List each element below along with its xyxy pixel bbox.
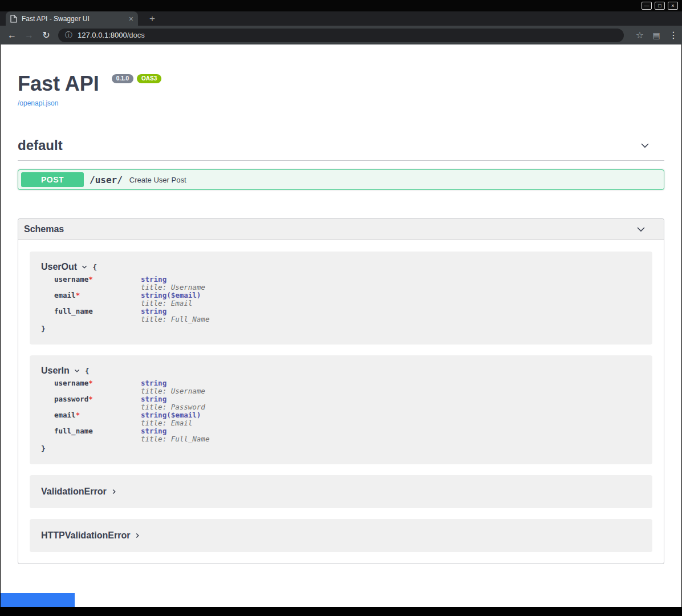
property-title: title: Username: [141, 387, 641, 395]
model-name: ValidationError: [41, 487, 107, 497]
property-type: string: [141, 411, 167, 419]
model-userin: UserIn { username* string title: Usernam…: [30, 355, 652, 464]
property-type: string: [141, 307, 167, 315]
new-tab-button[interactable]: +: [146, 13, 159, 25]
window-controls: — □ ×: [642, 2, 678, 10]
back-button[interactable]: ←: [3, 30, 21, 40]
model-httpvalidationerror-toggle[interactable]: HTTPValidationError: [41, 529, 141, 542]
property-row: username* string title: Username: [54, 275, 641, 291]
model-validationerror-toggle[interactable]: ValidationError: [41, 485, 117, 498]
browser-toolbar: ← → ↻ ⓘ 127.0.0.1:8000 /docs ☆ ▤ ⋮: [0, 26, 682, 44]
window-titlebar: — □ ×: [0, 0, 682, 11]
required-star: *: [76, 411, 80, 419]
maximize-button[interactable]: □: [655, 2, 665, 10]
model-userout: UserOut { username* string title: Userna…: [30, 252, 652, 345]
chevron-down-icon[interactable]: [81, 264, 88, 270]
reload-button[interactable]: ↻: [38, 30, 55, 40]
property-title: title: Username: [141, 283, 641, 291]
property-title: title: Email: [141, 299, 641, 307]
model-userin-toggle[interactable]: UserIn {: [41, 364, 641, 377]
property-type: string: [141, 291, 167, 299]
property-format: ($email): [167, 411, 201, 419]
required-star: *: [88, 379, 93, 387]
post-method-badge: POST: [21, 172, 84, 187]
oas3-badge: OAS3: [137, 74, 161, 83]
property-name: email*: [54, 291, 141, 307]
property-type: string: [141, 395, 167, 403]
chevron-down-icon[interactable]: [74, 367, 80, 374]
swagger-page: Fast API 0.1.0 OAS3 /openapi.json defaul…: [1, 44, 681, 607]
required-star: *: [76, 291, 80, 299]
property-list: username* string title: Username passwor…: [54, 379, 641, 443]
property-title: title: Email: [141, 419, 641, 427]
model-httpvalidationerror: HTTPValidationError: [30, 519, 652, 552]
openapi-json-link[interactable]: /openapi.json: [18, 99, 58, 107]
property-row: password* string title: Password: [54, 395, 641, 411]
property-row: full_name string title: Full_Name: [54, 307, 641, 323]
forward-button[interactable]: →: [21, 30, 38, 40]
model-userout-toggle[interactable]: UserOut {: [41, 261, 641, 273]
property-title: title: Full_Name: [141, 435, 641, 443]
opblock-post-user[interactable]: POST /user/ Create User Post: [18, 169, 664, 190]
tab-title: Fast API - Swagger UI: [22, 15, 125, 23]
model-name: UserOut: [41, 262, 77, 272]
property-list: username* string title: Username email* …: [54, 275, 641, 323]
property-name: username*: [54, 379, 141, 395]
tag-title: default: [18, 137, 63, 153]
tab-close-icon[interactable]: ×: [129, 15, 133, 23]
property-name: full_name: [54, 427, 141, 443]
browser-tab[interactable]: Fast API - Swagger UI ×: [6, 11, 138, 26]
schemas-body: UserOut { username* string title: Userna…: [18, 240, 664, 564]
schemas-header[interactable]: Schemas: [18, 219, 664, 240]
property-row: email* string($email) title: Email: [54, 411, 641, 427]
chevron-down-icon[interactable]: [635, 224, 647, 235]
schemas-title: Schemas: [24, 224, 64, 234]
model-name: HTTPValidationError: [41, 530, 130, 541]
property-row: email* string($email) title: Email: [54, 291, 641, 307]
property-title: title: Password: [141, 403, 641, 411]
chevron-right-icon[interactable]: [134, 532, 141, 539]
endpoint-summary: Create User Post: [129, 176, 186, 184]
url-host-text: 127.0.0.1:8000: [78, 31, 127, 39]
chevron-right-icon[interactable]: [111, 488, 117, 495]
property-type: string: [141, 275, 167, 283]
model-validationerror: ValidationError: [30, 475, 652, 508]
property-name: full_name: [54, 307, 141, 323]
property-type: string: [141, 379, 167, 387]
property-type: string: [141, 427, 167, 435]
api-info-section: Fast API 0.1.0 OAS3 /openapi.json: [1, 44, 681, 108]
chevron-down-icon[interactable]: [639, 140, 651, 151]
property-row: full_name string title: Full_Name: [54, 427, 641, 443]
property-row: username* string title: Username: [54, 379, 641, 395]
open-brace: {: [85, 367, 90, 375]
site-info-icon[interactable]: ⓘ: [65, 30, 72, 40]
required-star: *: [88, 395, 93, 403]
property-name: password*: [54, 395, 141, 411]
status-bubble: [1, 593, 75, 607]
minimize-button[interactable]: —: [642, 2, 652, 10]
tag-default-header[interactable]: default: [18, 137, 664, 161]
model-name: UserIn: [41, 366, 70, 376]
api-title-text: Fast API: [18, 72, 99, 95]
property-title: title: Full_Name: [141, 315, 641, 323]
address-bar[interactable]: ⓘ 127.0.0.1:8000 /docs: [58, 29, 624, 42]
browser-menu-icon[interactable]: ⋮: [665, 30, 682, 40]
close-button[interactable]: ×: [668, 2, 678, 10]
extensions-icon[interactable]: ▤: [648, 31, 665, 40]
schemas-section: Schemas UserOut { username*: [18, 218, 664, 564]
property-name: username*: [54, 275, 141, 291]
endpoint-path: /user/: [90, 175, 123, 185]
close-brace: }: [41, 325, 641, 333]
version-badge: 0.1.0: [112, 74, 133, 83]
api-title: Fast API 0.1.0 OAS3: [18, 73, 664, 95]
api-badges: 0.1.0 OAS3: [112, 74, 161, 83]
tab-strip: Fast API - Swagger UI × +: [0, 11, 682, 26]
open-brace: {: [92, 263, 97, 271]
bookmark-star-icon[interactable]: ☆: [632, 30, 648, 40]
property-name: email*: [54, 411, 141, 427]
page-favicon-icon: [10, 15, 17, 23]
url-path-text: /docs: [127, 31, 145, 39]
close-brace: }: [41, 444, 641, 453]
required-star: *: [88, 275, 93, 283]
property-format: ($email): [167, 291, 201, 299]
